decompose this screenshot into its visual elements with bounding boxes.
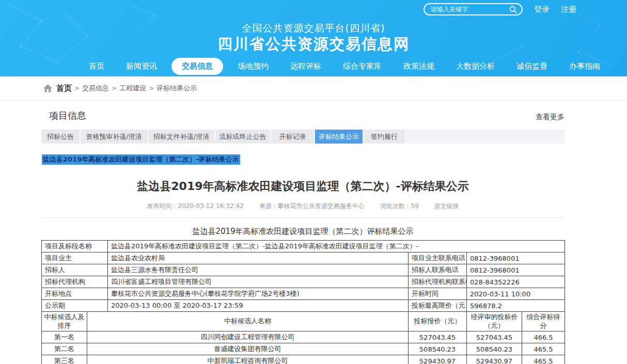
row-value: 攀枝花市公共资源交易服务中心(攀枝花学院学府广场2号楼3楼) <box>108 288 409 300</box>
site-header: 登录 注册 全国公共资源交易平台(四川省) 四川省公共资源交易信息网 首页 新闻… <box>0 0 627 76</box>
nav-item-venue-booking[interactable]: 场地预约 <box>230 58 276 75</box>
col-header-name: 中标候选人名称 <box>87 312 409 331</box>
table-row: 开标地点 攀枝花市公共资源交易服务中心(攀枝花学院学府广场2号楼3楼) 开标时间… <box>42 288 565 300</box>
row-value: 2020-03-11 10:00 <box>467 288 565 300</box>
col-header-bid: 投标报价（元） <box>409 312 467 331</box>
row-label: 投标最高限价（元） <box>409 300 467 312</box>
row-value: 028-84352226 <box>467 276 565 288</box>
article-title: 盐边县2019年高标准农田建设项目监理（第二次）-评标结果公示 <box>41 179 565 194</box>
tab-tender-notice[interactable]: 招标公告 <box>41 130 81 144</box>
row-label: 开标时间 <box>409 288 467 300</box>
nav-item-expert-pool[interactable]: 综合专家库 <box>336 58 389 75</box>
table-row: 项目业主 盐边县农业农村局 项目业主联系电话 0812-3968001 <box>42 252 565 264</box>
row-label: 项目及标段名称 <box>42 241 108 252</box>
nav-item-guide[interactable]: 办事指南 <box>562 58 607 75</box>
search-icon[interactable] <box>509 5 518 14</box>
candidate-bid: 508540.23 <box>409 343 467 355</box>
main-nav: 首页 新闻资讯 交易信息 场地预约 远程评标 综合专家库 政策法规 大数据分析 … <box>82 58 615 75</box>
col-header-rank: 中标候选人及排序 <box>42 312 87 331</box>
platform-name: 全国公共资源交易平台(四川省) <box>0 22 627 35</box>
row-value: 2020-03-13 00:00 至 2020-03-17 23:59 <box>108 300 409 312</box>
candidate-row: 第二名 首盛建设集团有限公司 508540.23 508540.23 465.5 <box>42 343 565 355</box>
search-input[interactable] <box>431 6 503 13</box>
candidate-bid: 529430.97 <box>409 355 467 364</box>
tab-doc-addendum[interactable]: 招标文件补遗/澄清 <box>148 130 215 144</box>
candidate-row: 第三名 中新凯瑞工程咨询有限公司 529430.97 529430.97 465… <box>42 355 565 364</box>
login-link[interactable]: 登录 <box>534 5 550 14</box>
nav-item-news[interactable]: 新闻资讯 <box>119 58 164 75</box>
result-table: 项目及标段名称 盐边县2019年高标准农田建设项目监理（第二次）-盐边县2019… <box>41 240 565 364</box>
col-header-score: 综合评标得分 <box>522 312 565 331</box>
register-link[interactable]: 注册 <box>561 5 576 14</box>
candidate-rank: 第三名 <box>42 355 87 364</box>
nav-item-integrity[interactable]: 诚信监督 <box>509 58 555 75</box>
selected-result-link[interactable]: 盐边县2019年高标准农田建设项目监理（第二次）-评标结果公示 <box>42 154 240 165</box>
home-icon <box>43 84 52 92</box>
nav-item-big-data[interactable]: 大数据分析 <box>449 58 502 75</box>
candidate-bid: 527043.45 <box>409 331 467 343</box>
divider <box>41 217 565 218</box>
tab-contract-performance[interactable]: 签约履行 <box>364 130 406 144</box>
nav-item-policies[interactable]: 政策法规 <box>396 58 442 75</box>
section-header: 项目信息 查看更多 <box>41 101 565 122</box>
candidate-evaluated: 527043.45 <box>467 331 522 343</box>
row-value: 盐边县2019年高标准农田建设项目监理（第二次）-盐边县2019年高标准农田建设… <box>108 241 565 252</box>
candidate-score: 466.5 <box>522 331 565 343</box>
candidate-name: 四川同创建设工程管理有限公司 <box>87 331 409 343</box>
tab-bid-opening-record[interactable]: 开标记录 <box>271 130 315 144</box>
table-row: 公示期 2020-03-13 00:00 至 2020-03-17 23:59 … <box>42 300 565 312</box>
candidate-evaluated: 529430.97 <box>467 355 522 364</box>
original-link[interactable]: 原文链接 <box>434 202 459 210</box>
row-value: 0812-3968001 <box>467 264 565 276</box>
tab-eval-result-notice[interactable]: 评标结果公示 <box>315 130 364 144</box>
tab-failed-terminated[interactable]: 流标或终止公告 <box>215 130 271 144</box>
row-label: 招标人联系电话 <box>409 264 467 276</box>
breadcrumb-home[interactable]: 首页 <box>56 84 72 93</box>
candidate-rank: 第二名 <box>42 343 87 355</box>
row-value: 四川省富盛工程项目管理有限公司 <box>108 276 409 288</box>
candidate-score: 465.5 <box>522 355 565 364</box>
topbar: 登录 注册 <box>424 3 576 15</box>
search-box[interactable] <box>424 3 523 15</box>
nav-item-home[interactable]: 首页 <box>82 58 112 75</box>
breadcrumb-trade-info[interactable]: 交易信息 <box>82 84 109 93</box>
candidate-rank: 第一名 <box>42 331 87 343</box>
table-row: 招标人 盐边县三源水务有限责任公司 招标人联系电话 0812-3968001 <box>42 264 565 276</box>
table-row: 项目及标段名称 盐边县2019年高标准农田建设项目监理（第二次）-盐边县2019… <box>42 241 565 252</box>
candidate-name: 首盛建设集团有限公司 <box>87 343 409 355</box>
row-value: 596878.2 <box>467 300 565 312</box>
row-value: 0812-3968001 <box>467 252 565 264</box>
content: 项目信息 查看更多 招标公告 资格预审补遗/澄清 招标文件补遗/澄清 流标或终止… <box>41 101 565 364</box>
row-label: 开标地点 <box>42 288 108 300</box>
col-header-evaluated: 经评审的投标价（元） <box>467 312 522 331</box>
section-title: 项目信息 <box>41 109 86 122</box>
row-label: 招标代理机构联系电话 <box>409 276 467 288</box>
tab-strip: 招标公告 资格预审补遗/澄清 招标文件补遗/澄清 流标或终止公告 开标记录 评标… <box>41 130 565 144</box>
row-value: 盐边县三源水务有限责任公司 <box>108 264 409 276</box>
candidate-name: 中新凯瑞工程咨询有限公司 <box>87 355 409 364</box>
breadcrumb-construction[interactable]: 工程建设 <box>119 84 146 93</box>
row-label: 招标代理机构 <box>42 276 108 288</box>
breadcrumb: 首页 > 交易信息 > 工程建设 > 评标结果公示 <box>0 76 627 101</box>
article-meta: 发布时间：2020-03-12 16:32:42 来源：攀枝花市公共资源交易服务… <box>41 202 565 211</box>
row-label: 项目业主 <box>42 252 108 264</box>
candidate-row: 第一名 四川同创建设工程管理有限公司 527043.45 527043.45 4… <box>42 331 565 343</box>
candidate-evaluated: 508540.23 <box>467 343 522 355</box>
candidate-score: 465.5 <box>522 343 565 355</box>
site-title: 四川省公共资源交易信息网 <box>0 34 627 55</box>
view-more-link[interactable]: 查看更多 <box>536 113 565 122</box>
tab-prequal-addendum[interactable]: 资格预审补遗/澄清 <box>81 130 148 144</box>
nav-item-trade-info[interactable]: 交易信息 <box>171 58 223 75</box>
breadcrumb-separator: > <box>112 85 117 92</box>
publish-time: 发布时间：2020-03-12 16:32:42 <box>147 202 243 210</box>
breadcrumb-result-notice[interactable]: 评标结果公示 <box>156 84 197 93</box>
row-label: 公示期 <box>42 300 108 312</box>
breadcrumb-separator: > <box>74 85 80 92</box>
nav-item-remote-eval[interactable]: 远程评标 <box>283 58 328 75</box>
table-row: 招标代理机构 四川省富盛工程项目管理有限公司 招标代理机构联系电话 028-84… <box>42 276 565 288</box>
article-source: 来源：攀枝花市公共资源交易服务中心 <box>259 202 365 210</box>
view-count: 浏览次数：59 <box>380 202 419 210</box>
candidate-header-row: 中标候选人及排序 中标候选人名称 投标报价（元） 经评审的投标价（元） 综合评标… <box>42 312 565 331</box>
row-label: 招标人 <box>42 264 108 276</box>
table-caption: 盐边县2019年高标准农田建设项目监理（第二次）评标结果公示 <box>41 227 565 236</box>
